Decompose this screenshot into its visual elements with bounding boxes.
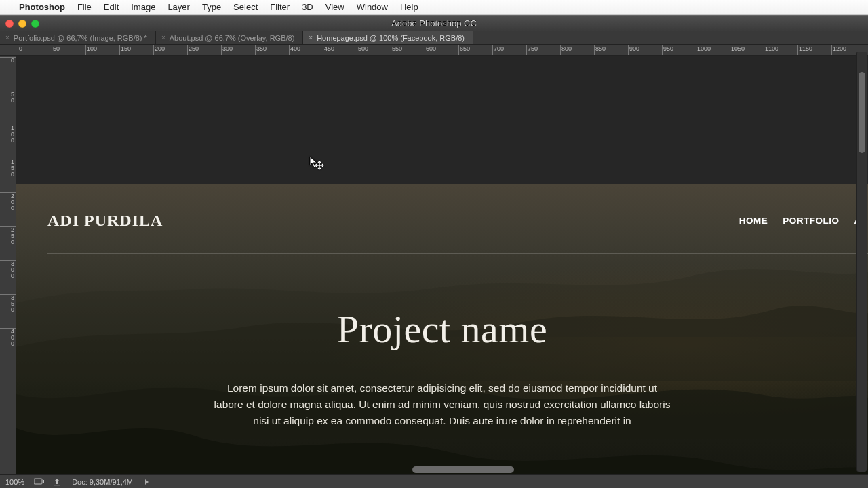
- ruler-h-label: 400: [290, 45, 300, 52]
- ruler-h-label: 100: [87, 45, 97, 52]
- menu-select[interactable]: Select: [233, 2, 258, 12]
- tab-label: Portfolio.psd @ 66,7% (Image, RGB/8) *: [14, 34, 147, 42]
- site-logo: ADI PURDILA: [47, 211, 163, 230]
- window-zoom-button[interactable]: [31, 20, 39, 28]
- ruler-h-label: 200: [155, 45, 165, 52]
- ruler-h-label: 850: [595, 45, 606, 52]
- ruler-v-label: 50: [0, 92, 16, 104]
- header-divider: [47, 253, 868, 254]
- ruler-h-label: 500: [358, 45, 368, 52]
- ruler-h-label: 50: [53, 45, 60, 52]
- ruler-h-label: 950: [663, 45, 673, 52]
- close-icon[interactable]: ×: [309, 34, 313, 41]
- nav-home[interactable]: HOME: [739, 216, 768, 226]
- canvas[interactable]: ADI PURDILA HOME PORTFOLIO ABOUT Project…: [16, 56, 868, 474]
- ruler-v-label: 300: [0, 261, 16, 279]
- window-title: Adobe Photoshop CC: [0, 18, 868, 28]
- ruler-h-label: 150: [121, 45, 131, 52]
- ruler-h-label: 550: [392, 45, 402, 52]
- nav-portfolio[interactable]: PORTFOLIO: [783, 216, 839, 226]
- ruler-h-label: 600: [426, 45, 436, 52]
- menu-window[interactable]: Window: [357, 2, 388, 12]
- menu-3d[interactable]: 3D: [302, 2, 313, 12]
- vertical-scrollbar[interactable]: [856, 52, 867, 472]
- ruler-h-label: 900: [629, 45, 639, 52]
- share-icon[interactable]: [53, 478, 62, 485]
- menu-image[interactable]: Image: [131, 2, 155, 12]
- ruler-h-label: 300: [222, 45, 233, 52]
- svg-rect-3: [43, 480, 44, 483]
- site-nav: HOME PORTFOLIO ABOUT: [739, 216, 868, 226]
- window-titlebar: Adobe Photoshop CC: [0, 15, 868, 31]
- status-bar: 100% Doc: 9,30M/91,4M: [0, 474, 868, 488]
- ruler-h-label: 1050: [731, 45, 745, 52]
- menu-edit[interactable]: Edit: [104, 2, 119, 12]
- design-artboard: ADI PURDILA HOME PORTFOLIO ABOUT Project…: [16, 184, 868, 474]
- ruler-h-label: 450: [324, 45, 334, 52]
- window-close-button[interactable]: [5, 20, 14, 28]
- ruler-h-label: 750: [528, 45, 538, 52]
- ruler-h-label: 0: [19, 45, 22, 52]
- svg-rect-4: [54, 485, 60, 485]
- ruler-h-label: 1150: [799, 45, 812, 52]
- ruler-h-label: 250: [189, 45, 199, 52]
- hero-section: Project name Lorem ipsum dolor sit amet,…: [16, 306, 868, 447]
- tab-about[interactable]: × About.psd @ 66,7% (Overlay, RGB/8): [156, 31, 303, 44]
- ruler-v-label: 150: [0, 159, 16, 178]
- menu-app-name[interactable]: Photoshop: [19, 2, 65, 12]
- horizontal-scroll-thumb[interactable]: [412, 466, 514, 473]
- hero-body: Lorem ipsum dolor sit amet, consectetur …: [212, 380, 673, 429]
- ruler-origin[interactable]: [0, 45, 16, 56]
- close-icon[interactable]: ×: [161, 34, 165, 41]
- device-preview-icon[interactable]: [34, 478, 43, 485]
- menu-view[interactable]: View: [326, 2, 344, 12]
- status-disclosure-icon[interactable]: [142, 478, 149, 486]
- ruler-h-label: 1100: [765, 45, 778, 52]
- ruler-h-label: 1000: [697, 45, 711, 52]
- menu-layer[interactable]: Layer: [167, 2, 190, 12]
- tab-portfolio[interactable]: × Portfolio.psd @ 66,7% (Image, RGB/8) *: [0, 31, 156, 44]
- vertical-scroll-thumb[interactable]: [859, 72, 865, 153]
- ruler-h-label: 700: [494, 45, 504, 52]
- close-icon[interactable]: ×: [5, 34, 9, 41]
- tab-label: Homepage.psd @ 100% (Facebook, RGB/8): [317, 34, 465, 42]
- document-tabs: × Portfolio.psd @ 66,7% (Image, RGB/8) *…: [0, 31, 868, 45]
- traffic-lights: [5, 20, 39, 28]
- menu-help[interactable]: Help: [400, 2, 418, 12]
- svg-rect-2: [34, 479, 42, 484]
- ruler-h-label: 650: [460, 45, 470, 52]
- ruler-h-label: 350: [256, 45, 267, 52]
- window-minimize-button[interactable]: [18, 20, 26, 28]
- ruler-v-label: 0: [0, 58, 16, 64]
- ruler-h-label: 1200: [833, 45, 846, 52]
- horizontal-scrollbar[interactable]: [33, 465, 856, 474]
- ruler-v-label: 200: [0, 193, 16, 211]
- mac-menubar: Photoshop File Edit Image Layer Type Sel…: [0, 0, 868, 15]
- ruler-v-label: 350: [0, 295, 16, 313]
- ruler-h-label: 800: [561, 45, 572, 52]
- ruler-v-label: 400: [0, 329, 16, 347]
- workspace: 0501001502002503003504004505005506006507…: [0, 45, 868, 474]
- tab-label: About.psd @ 66,7% (Overlay, RGB/8): [170, 34, 295, 42]
- menu-type[interactable]: Type: [202, 2, 221, 12]
- hero-title: Project name: [16, 306, 868, 352]
- doc-size[interactable]: Doc: 9,30M/91,4M: [72, 478, 133, 486]
- ruler-v-label: 100: [0, 125, 16, 144]
- ruler-horizontal[interactable]: 0501001502002503003504004505005506006507…: [16, 45, 868, 56]
- tab-homepage[interactable]: × Homepage.psd @ 100% (Facebook, RGB/8): [303, 31, 473, 44]
- ruler-v-label: 250: [0, 227, 16, 245]
- menu-filter[interactable]: Filter: [270, 2, 290, 12]
- ruler-vertical[interactable]: 050100150200250300350400: [0, 56, 16, 474]
- menu-file[interactable]: File: [77, 2, 92, 12]
- zoom-level[interactable]: 100%: [5, 478, 24, 486]
